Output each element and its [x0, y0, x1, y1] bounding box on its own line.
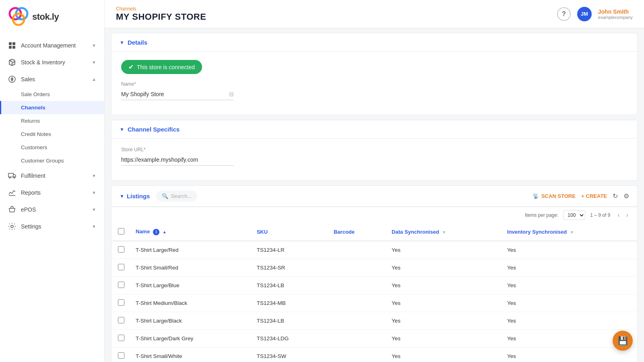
row-data-sync: Yes	[385, 348, 501, 362]
listings-table-body: T-Shirt Large/Red TS1234-LR Yes Yes T-Sh…	[111, 241, 637, 362]
scan-store-button[interactable]: 📡 SCAN STORE	[533, 193, 576, 199]
name-field-input[interactable]: ⊟	[121, 88, 234, 100]
listings-section: ▼ Listings 🔍 Search... 📡 SCAN STORE + CR…	[111, 185, 638, 362]
info-icon: i	[153, 229, 159, 235]
table-row: T-Shirt Small/White TS1234-SW Yes Yes	[111, 348, 637, 362]
search-icon: 🔍	[162, 193, 168, 199]
details-section-body: ✔ This store is connected Name* ⊟	[111, 52, 637, 115]
save-icon: 💾	[618, 336, 628, 346]
row-name: T-Shirt Large/Blue	[129, 277, 250, 294]
col-data-sync[interactable]: Data Synchronised ▼	[385, 223, 501, 241]
dollar-icon	[8, 75, 16, 83]
name-field-group: Name* ⊟	[121, 81, 627, 100]
row-checkbox-cell[interactable]	[111, 259, 129, 277]
col-barcode[interactable]: Barcode	[327, 223, 385, 241]
row-checkbox-cell[interactable]	[111, 241, 129, 259]
row-sku: TS1234-LB	[250, 312, 327, 330]
page-title: MY SHOPIFY STORE	[116, 12, 206, 22]
breadcrumb: Channels	[116, 6, 206, 12]
help-button[interactable]: ?	[557, 7, 571, 21]
row-barcode	[327, 348, 385, 362]
sidebar-item-label: Fulfilment	[21, 173, 45, 179]
row-inventory-sync: Yes	[501, 348, 637, 362]
row-data-sync: Yes	[385, 259, 501, 277]
search-placeholder: Search...	[171, 193, 192, 199]
sidebar-item-label: Reports	[21, 189, 41, 196]
sidebar-item-fulfilment[interactable]: Fulfilment ▼	[0, 167, 104, 184]
bag-icon	[8, 206, 16, 214]
table-row: T-Shirt Small/Red TS1234-SR Yes Yes	[111, 259, 637, 277]
row-checkbox-cell[interactable]	[111, 312, 129, 330]
row-data-sync: Yes	[385, 330, 501, 348]
row-barcode	[327, 241, 385, 259]
svg-point-10	[11, 225, 13, 228]
row-checkbox[interactable]	[118, 246, 124, 253]
row-checkbox[interactable]	[118, 282, 124, 288]
chevron-up-icon: ▲	[92, 77, 96, 82]
channel-specifics-section: ▼ Channel Specifics Store URL*	[111, 120, 638, 181]
chevron-down-icon: ▼	[92, 190, 96, 195]
channel-specifics-section-header[interactable]: ▼ Channel Specifics	[111, 120, 637, 139]
row-data-sync: Yes	[385, 241, 501, 259]
row-sku: TS1234-LR	[250, 241, 327, 259]
filter-icon[interactable]: ▼	[442, 230, 446, 234]
next-page-button[interactable]: ›	[624, 211, 631, 220]
page-navigation: ‹ ›	[615, 211, 631, 220]
topbar-title-area: Channels MY SHOPIFY STORE	[116, 6, 206, 22]
sidebar-item-sales[interactable]: Sales ▲	[0, 71, 104, 88]
store-url-input-wrapper[interactable]	[121, 154, 234, 166]
row-checkbox[interactable]	[118, 264, 124, 270]
row-checkbox-cell[interactable]	[111, 330, 129, 348]
select-all-header[interactable]	[111, 223, 129, 241]
listings-search[interactable]: 🔍 Search...	[156, 191, 197, 202]
store-url-input[interactable]	[121, 156, 234, 163]
row-checkbox[interactable]	[118, 299, 124, 306]
store-url-label: Store URL*	[121, 147, 627, 152]
sidebar-item-sale-orders[interactable]: Sale Orders	[0, 88, 104, 101]
sidebar-item-reports[interactable]: Reports ▼	[0, 184, 104, 201]
row-inventory-sync: Yes	[501, 312, 637, 330]
row-inventory-sync: Yes	[501, 259, 637, 277]
logo[interactable]: stok.ly	[0, 0, 104, 34]
select-all-checkbox[interactable]	[118, 228, 124, 234]
filter-icon[interactable]: ▼	[570, 230, 574, 234]
details-section-header[interactable]: ▼ Details	[111, 33, 637, 52]
table-icon[interactable]: ⊟	[229, 91, 234, 97]
create-button[interactable]: + CREATE	[581, 193, 607, 199]
listings-header: ▼ Listings 🔍 Search... 📡 SCAN STORE + CR…	[111, 186, 637, 207]
row-name: T-Shirt Large/Dark Grey	[129, 330, 250, 348]
sidebar-item-settings[interactable]: Settings ▼	[0, 218, 104, 235]
name-input[interactable]	[121, 91, 229, 97]
col-inventory-sync[interactable]: Inventory Synchronised ▼	[501, 223, 637, 241]
row-inventory-sync: Yes	[501, 294, 637, 312]
row-checkbox[interactable]	[118, 317, 124, 323]
sidebar-item-customer-groups[interactable]: Customer Groups	[0, 154, 104, 167]
main-content: ▼ Details ✔ This store is connected Name…	[105, 28, 644, 362]
settings-button[interactable]: ⚙	[623, 192, 629, 200]
sidebar-item-account-management[interactable]: Account Management ▼	[0, 37, 104, 54]
items-per-page-select[interactable]: 100 50 25	[563, 210, 585, 220]
sidebar-item-epos[interactable]: ePOS ▼	[0, 201, 104, 218]
sidebar-item-credit-notes[interactable]: Credit Notes	[0, 128, 104, 141]
row-checkbox[interactable]	[118, 352, 124, 359]
sidebar-item-channels[interactable]: Channels	[0, 101, 104, 114]
svg-rect-5	[9, 46, 12, 49]
row-sku: TS1234-MB	[250, 294, 327, 312]
fab-save-button[interactable]: 💾	[613, 331, 633, 351]
row-checkbox-cell[interactable]	[111, 348, 129, 362]
row-data-sync: Yes	[385, 277, 501, 294]
user-avatar[interactable]: JM	[577, 7, 592, 21]
row-checkbox-cell[interactable]	[111, 277, 129, 294]
col-sku[interactable]: SKU	[250, 223, 327, 241]
row-barcode	[327, 312, 385, 330]
gear-icon	[8, 222, 16, 230]
box-icon	[8, 58, 16, 66]
refresh-button[interactable]: ↻	[613, 192, 618, 200]
prev-page-button[interactable]: ‹	[615, 211, 622, 220]
row-checkbox-cell[interactable]	[111, 294, 129, 312]
sidebar-item-customers[interactable]: Customers	[0, 141, 104, 154]
row-checkbox[interactable]	[118, 335, 124, 341]
sidebar-item-returns[interactable]: Returns	[0, 114, 104, 128]
col-name[interactable]: Name i ▲	[129, 223, 250, 241]
sidebar-item-stock-inventory[interactable]: Stock & Inventory ▼	[0, 54, 104, 71]
